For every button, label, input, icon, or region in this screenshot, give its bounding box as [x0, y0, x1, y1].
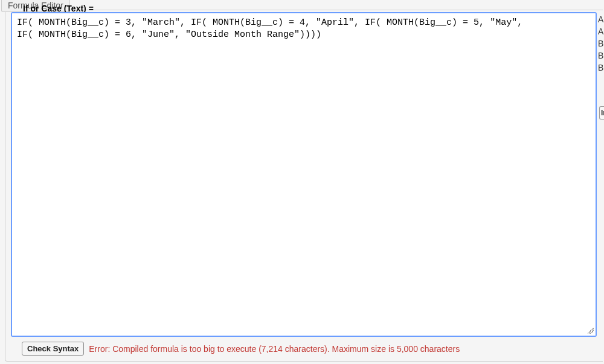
list-item[interactable]: A	[598, 13, 604, 25]
syntax-error-message: Error: Compiled formula is too big to ex…	[89, 344, 460, 354]
check-syntax-button[interactable]: Check Syntax	[22, 342, 84, 356]
formula-textarea[interactable]	[12, 13, 596, 336]
list-item[interactable]: A	[598, 25, 604, 37]
list-item[interactable]: B	[598, 62, 604, 74]
formula-editor-container	[11, 12, 597, 337]
list-item[interactable]: B	[598, 37, 604, 49]
list-item[interactable]: B	[598, 49, 604, 62]
function-list-partial: A A B B B	[598, 13, 604, 74]
insert-operator-button[interactable]: In	[599, 106, 604, 120]
syntax-bar: Check Syntax Error: Compiled formula is …	[22, 342, 460, 356]
